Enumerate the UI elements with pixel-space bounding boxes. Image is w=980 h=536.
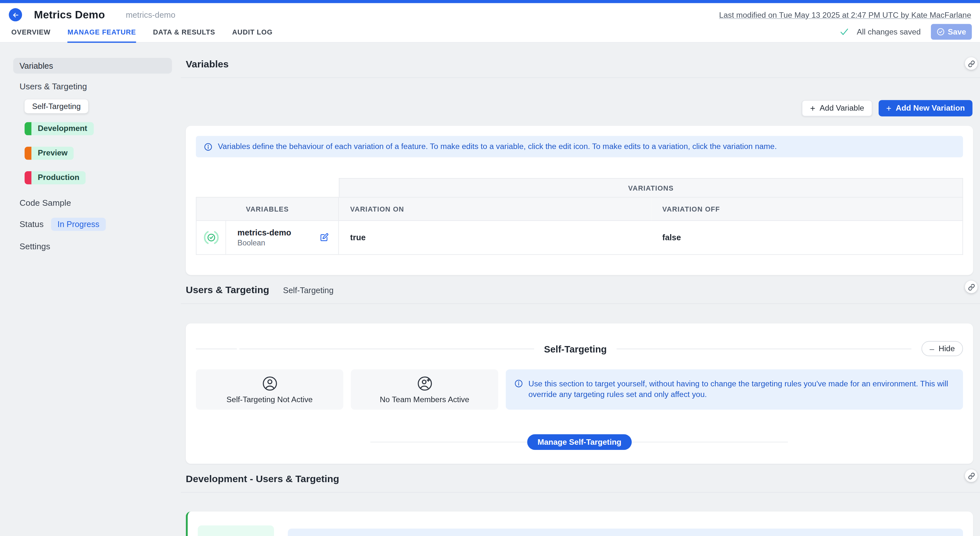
table-corner-cell xyxy=(196,178,339,197)
manage-self-targeting-button[interactable]: Manage Self-Targeting xyxy=(527,434,632,450)
main-layout: Variables Users & Targeting Self-Targeti… xyxy=(0,43,980,536)
user-circle-icon xyxy=(262,376,278,391)
self-targeting-info-banner: Use this section to target yourself, wit… xyxy=(506,369,963,409)
self-targeting-status-label: Self-Targeting Not Active xyxy=(227,395,313,403)
column-header-variation-on[interactable]: VARIATION ON xyxy=(339,197,651,221)
divider-segment xyxy=(196,348,237,349)
column-header-variables: VARIABLES xyxy=(196,197,339,221)
status-badge[interactable]: In Progress xyxy=(51,218,106,231)
variable-type-icon-cell xyxy=(196,221,226,255)
minus-icon: – xyxy=(930,344,934,353)
last-modified-link[interactable]: Last modified on Tue May 13 2025 at 2:47… xyxy=(719,10,971,19)
variables-section-title: Variables xyxy=(186,59,229,70)
viewport: Metrics Demo metrics-demo Last modified … xyxy=(0,0,980,536)
variables-card: Variables define the behaviour of each v… xyxy=(186,126,973,275)
tab-manage-feature[interactable]: MANAGE FEATURE xyxy=(67,29,136,43)
variation-off-value-cell: false xyxy=(651,221,963,255)
back-button[interactable] xyxy=(9,8,22,21)
env-label-production: Production xyxy=(32,171,86,184)
manage-self-targeting-row: Manage Self-Targeting xyxy=(196,434,963,450)
variable-type: Boolean xyxy=(237,239,291,247)
save-area: All changes saved Save xyxy=(840,24,972,40)
team-members-status-label: No Team Members Active xyxy=(380,395,469,403)
save-button[interactable]: Save xyxy=(931,24,972,40)
hide-button-label: Hide xyxy=(939,344,955,353)
plus-icon: + xyxy=(886,104,891,113)
env-label-development: Development xyxy=(32,122,94,135)
self-targeting-status-row: Self-Targeting Not Active No Team Member… xyxy=(196,369,963,409)
edit-pencil-icon xyxy=(319,233,329,242)
sidebar-item-variables[interactable]: Variables xyxy=(13,58,172,74)
sidebar-item-env-development[interactable]: Development xyxy=(24,122,94,135)
feature-key: metrics-demo xyxy=(126,10,176,19)
link-icon[interactable] xyxy=(965,57,977,70)
tab-audit-log[interactable]: AUDIT LOG xyxy=(232,29,272,43)
self-targeting-status-box: Self-Targeting Not Active xyxy=(196,369,344,409)
add-variable-label: Add Variable xyxy=(819,104,864,113)
top-accent-bar xyxy=(0,0,980,3)
add-variable-button[interactable]: + Add Variable xyxy=(802,100,872,116)
self-targeting-info-text: Use this section to target yourself, wit… xyxy=(528,379,954,400)
tab-data-results[interactable]: DATA & RESULTS xyxy=(153,29,215,43)
users-targeting-section-header: Users & Targeting Self-Targeting xyxy=(181,275,980,304)
circle-check-icon xyxy=(936,28,945,36)
env-color-bar-development xyxy=(24,122,31,135)
sidebar-item-code-sample[interactable]: Code Sample xyxy=(13,198,172,208)
variables-banner-text: Variables define the behaviour of each v… xyxy=(218,142,776,151)
arrow-left-icon xyxy=(12,11,19,18)
variables-table: VARIATIONS VARIABLES VARIATION ON VARIAT… xyxy=(196,178,963,255)
variations-group-header: VARIATIONS xyxy=(339,178,963,197)
sidebar-item-env-production[interactable]: Production xyxy=(24,171,86,184)
variables-actions: + Add Variable + Add New Variation xyxy=(181,100,972,116)
variation-on-value-cell: true xyxy=(339,221,651,255)
variable-name: metrics-demo xyxy=(237,228,291,237)
sidebar: Variables Users & Targeting Self-Targeti… xyxy=(0,43,181,251)
users-targeting-subtitle: Self-Targeting xyxy=(283,286,334,296)
link-icon[interactable] xyxy=(965,281,977,293)
development-section-title: Development - Users & Targeting xyxy=(186,473,339,484)
users-targeting-title: Users & Targeting xyxy=(186,284,269,296)
sidebar-status-row: Status In Progress xyxy=(13,218,172,231)
link-icon[interactable] xyxy=(965,469,977,482)
sidebar-item-settings[interactable]: Settings xyxy=(13,241,172,251)
sidebar-item-users-targeting[interactable]: Users & Targeting xyxy=(13,82,172,91)
development-info-banner: Use targeting rules to configure who wil… xyxy=(288,528,963,536)
development-section-header: Development - Users & Targeting xyxy=(181,464,980,493)
sidebar-item-self-targeting[interactable]: Self-Targeting xyxy=(24,99,88,113)
boolean-variable-icon xyxy=(203,230,219,246)
team-members-status-box: No Team Members Active xyxy=(351,369,498,409)
info-icon xyxy=(204,143,212,151)
variables-section-header: Variables xyxy=(181,43,980,78)
divider-line xyxy=(239,348,534,349)
divider-line xyxy=(617,348,911,349)
check-icon xyxy=(840,27,849,36)
add-new-variation-button[interactable]: + Add New Variation xyxy=(879,100,972,116)
header-title-row: Metrics Demo metrics-demo Last modified … xyxy=(0,3,980,27)
sidebar-item-env-preview[interactable]: Preview xyxy=(24,147,74,160)
edit-variable-button[interactable] xyxy=(319,233,329,242)
self-targeting-panel-header: Self-Targeting – Hide xyxy=(196,341,963,356)
page-title: Metrics Demo xyxy=(34,8,105,21)
env-color-bar-preview xyxy=(24,147,31,160)
self-targeting-panel-title: Self-Targeting xyxy=(544,343,607,354)
sidebar-item-status[interactable]: Status xyxy=(13,220,44,229)
add-new-variation-label: Add New Variation xyxy=(896,104,965,113)
variables-info-banner: Variables define the behaviour of each v… xyxy=(196,136,963,157)
variable-name-cell: metrics-demo Boolean xyxy=(226,221,339,255)
column-header-variation-off[interactable]: VARIATION OFF xyxy=(651,197,963,221)
targeting-status-box: Targeting ON xyxy=(198,525,274,536)
hide-button[interactable]: – Hide xyxy=(921,341,963,356)
user-plus-circle-icon xyxy=(417,376,433,391)
tab-overview[interactable]: OVERVIEW xyxy=(11,29,51,43)
plus-icon: + xyxy=(810,104,815,113)
development-targeting-card: Targeting ON Use targeting rules to conf… xyxy=(186,512,973,536)
self-targeting-card: Self-Targeting – Hide Self-Targeting Not… xyxy=(186,324,973,464)
env-color-bar-production xyxy=(24,171,31,184)
feature-header: Metrics Demo metrics-demo Last modified … xyxy=(0,3,980,43)
tab-bar: OVERVIEW MANAGE FEATURE DATA & RESULTS A… xyxy=(0,27,980,43)
env-label-preview: Preview xyxy=(32,147,74,160)
save-button-label: Save xyxy=(948,27,966,36)
info-icon xyxy=(514,379,523,388)
main-content: Variables + Add Variable + Add New Varia… xyxy=(181,43,980,536)
save-status-text: All changes saved xyxy=(857,27,921,36)
